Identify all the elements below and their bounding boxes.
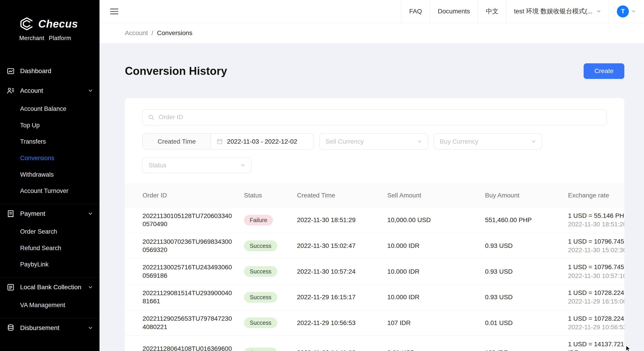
sidebar: Checus Merchant Platform DashboardAccoun… bbox=[0, 0, 100, 351]
exchange-rate-value: 1 USD = 14137.721 IDR bbox=[568, 340, 624, 351]
sell-amount-cell: 10.000 IDR bbox=[387, 294, 485, 301]
sell-amount-cell: 10,000.00 USD bbox=[387, 216, 485, 224]
order-id-cell: 20221129025653TU7978472304080221 bbox=[142, 314, 235, 331]
sidebar-item-transfers[interactable]: Transfers bbox=[0, 134, 100, 150]
table-body: 20221130105128TU7206033400570490Failure2… bbox=[125, 208, 624, 351]
documents-link[interactable]: Documents bbox=[430, 0, 478, 23]
sidebar-collapse-button[interactable] bbox=[100, 0, 118, 23]
sidebar-subitem-label: PaybyLink bbox=[20, 261, 48, 268]
buy-amount-cell: 100 IDR bbox=[485, 349, 568, 351]
chevron-down-icon bbox=[88, 211, 93, 216]
buy-currency-select[interactable]: Buy Currency bbox=[434, 134, 542, 150]
created-time-cell: 2022-11-28 14:41:08 bbox=[297, 349, 387, 351]
conversion-card: Created Time 2022-11-03 - 2022-12-02 Sel… bbox=[125, 98, 624, 351]
breadcrumb-account[interactable]: Account bbox=[125, 30, 148, 37]
sell-amount-cell: 10.000 IDR bbox=[387, 242, 485, 250]
sidebar-item-top-up[interactable]: Top Up bbox=[0, 117, 100, 134]
topbar-link-label: Documents bbox=[438, 8, 470, 15]
filter-row-1: Created Time 2022-11-03 - 2022-12-02 Sel… bbox=[142, 134, 606, 150]
faq-link[interactable]: FAQ bbox=[401, 0, 430, 23]
language-toggle[interactable]: 中文 bbox=[478, 0, 506, 23]
status-cell: Success bbox=[244, 348, 297, 351]
chevron-down-icon bbox=[88, 326, 93, 330]
order-id-cell: 20221130070236TU9698343000569320 bbox=[142, 238, 235, 254]
table-row: 20221130105128TU7206033400570490Failure2… bbox=[125, 208, 624, 233]
filter-row-2: Status bbox=[142, 158, 606, 174]
sidebar-item-order-search[interactable]: Order Search bbox=[0, 224, 100, 240]
chevron-down-icon bbox=[417, 139, 422, 144]
exchange-rate-time: 2022-11-30 10:57:10 bbox=[568, 272, 624, 280]
exchange-rate-value: 1 USD = 10796.745 IDR bbox=[568, 237, 624, 246]
sell-amount-cell: 0.01 USD bbox=[387, 349, 485, 351]
exchange-rate-value: 1 USD = 10728.224 IDR bbox=[568, 288, 624, 297]
created-time-label: Created Time bbox=[143, 134, 211, 149]
sidebar-subitem-label: Account Balance bbox=[20, 105, 66, 112]
exchange-rate-value: 1 USD = 10796.745 IDR bbox=[568, 263, 624, 272]
exchange-rate-time: 2022-11-29 16:15:00 bbox=[568, 297, 624, 306]
sidebar-subitem-label: Refund Search bbox=[20, 244, 61, 252]
created-time-cell: 2022-11-30 18:51:29 bbox=[297, 216, 387, 224]
app-window: Checus Merchant Platform DashboardAccoun… bbox=[0, 0, 644, 351]
brand-logo-icon bbox=[19, 16, 34, 32]
sidebar-item-dashboard[interactable]: Dashboard bbox=[0, 61, 100, 81]
sidebar-item-label: Account bbox=[20, 87, 82, 94]
order-id-input[interactable] bbox=[158, 113, 601, 122]
status-cell: Success bbox=[244, 292, 297, 302]
sell-currency-placeholder: Sell Currency bbox=[326, 138, 364, 145]
exchange-rate-value: 1 USD = 55.146 PHP bbox=[568, 212, 624, 220]
status-badge: Failure bbox=[244, 215, 273, 226]
created-time-cell: 2022-11-29 16:15:17 bbox=[297, 294, 387, 301]
sidebar-item-account-balance[interactable]: Account Balance bbox=[0, 101, 100, 117]
brand-tagline: Merchant Platform bbox=[0, 32, 100, 42]
environment-selector[interactable]: test 环境 数娱收银台模式(... bbox=[506, 0, 608, 23]
sidebar-item-refund-search[interactable]: Refund Search bbox=[0, 240, 100, 256]
sidebar-item-account-turnover[interactable]: Account Turnover bbox=[0, 183, 100, 199]
order-id-cell: 20221130025716TU2434930600569186 bbox=[142, 263, 235, 280]
table-row: 20221128064108TU0163696004079642Success2… bbox=[125, 336, 624, 351]
dashboard-icon bbox=[6, 67, 15, 75]
buy-amount-cell: 0.93 USD bbox=[485, 294, 568, 301]
chevron-down-icon bbox=[240, 163, 245, 168]
filters: Created Time 2022-11-03 - 2022-12-02 Sel… bbox=[125, 109, 624, 173]
status-badge: Success bbox=[244, 240, 277, 251]
sidebar-item-disbursement[interactable]: Disbursement bbox=[0, 318, 100, 338]
table-header-row: Order IDStatusCreated TimeSell AmountBuy… bbox=[125, 184, 624, 208]
column-header-order-id: Order ID bbox=[142, 192, 244, 199]
breadcrumb-current: Conversions bbox=[157, 30, 192, 37]
sidebar-item-withdrawals[interactable]: Withdrawals bbox=[0, 166, 100, 183]
topbar: FAQDocuments中文 test 环境 数娱收银台模式(... T bbox=[100, 0, 644, 23]
buy-currency-placeholder: Buy Currency bbox=[440, 138, 478, 145]
sidebar-subitem-label: Transfers bbox=[20, 138, 46, 145]
sidebar-item-payment[interactable]: Payment bbox=[0, 204, 100, 224]
sidebar-item-paybylink[interactable]: PaybyLink bbox=[0, 256, 100, 273]
date-range-picker[interactable]: 2022-11-03 - 2022-12-02 bbox=[211, 134, 314, 149]
sidebar-item-va-management[interactable]: VA Management bbox=[0, 297, 100, 314]
chevron-down-icon bbox=[531, 139, 536, 144]
create-button[interactable]: Create bbox=[584, 63, 624, 79]
main-area: FAQDocuments中文 test 环境 数娱收银台模式(... T Acc… bbox=[100, 0, 644, 351]
sidebar-subitem-label: Order Search bbox=[20, 228, 57, 235]
exchange-rate-time: 2022-11-30 15:02:30 bbox=[568, 246, 624, 254]
exchange-rate-time: 2022-11-29 10:56:53 bbox=[568, 323, 624, 332]
table-row: 20221130070236TU9698343000569320Success2… bbox=[125, 233, 624, 259]
sidebar-nav: DashboardAccountAccount BalanceTop UpTra… bbox=[0, 61, 100, 338]
page-title: Conversion History bbox=[125, 65, 227, 77]
sidebar-item-local-bank-collection[interactable]: Local Bank Collection bbox=[0, 277, 100, 297]
user-menu[interactable]: T bbox=[608, 0, 644, 23]
sidebar-item-conversions[interactable]: Conversions bbox=[0, 150, 100, 166]
status-cell: Success bbox=[244, 240, 297, 251]
created-time-cell: 2022-11-29 10:56:53 bbox=[297, 319, 387, 326]
column-header-sell-amount: Sell Amount bbox=[387, 192, 485, 199]
sidebar-item-account[interactable]: Account bbox=[0, 81, 100, 101]
status-badge: Success bbox=[244, 348, 277, 351]
sell-currency-select[interactable]: Sell Currency bbox=[320, 134, 428, 150]
status-select[interactable]: Status bbox=[142, 158, 251, 174]
buy-amount-cell: 0.93 USD bbox=[485, 268, 568, 275]
sidebar-item-label: Dashboard bbox=[20, 68, 93, 75]
date-range-value: 2022-11-03 - 2022-12-02 bbox=[227, 138, 297, 145]
exchange-rate-cell: 1 USD = 10728.224 IDR2022-11-29 16:15:00 bbox=[568, 288, 624, 306]
breadcrumb-separator: / bbox=[152, 30, 153, 37]
environment-label: test 环境 数娱收银台模式(... bbox=[514, 7, 592, 16]
calendar-icon bbox=[217, 138, 223, 144]
table-row: 20221129025653TU7978472304080221Success2… bbox=[125, 310, 624, 336]
